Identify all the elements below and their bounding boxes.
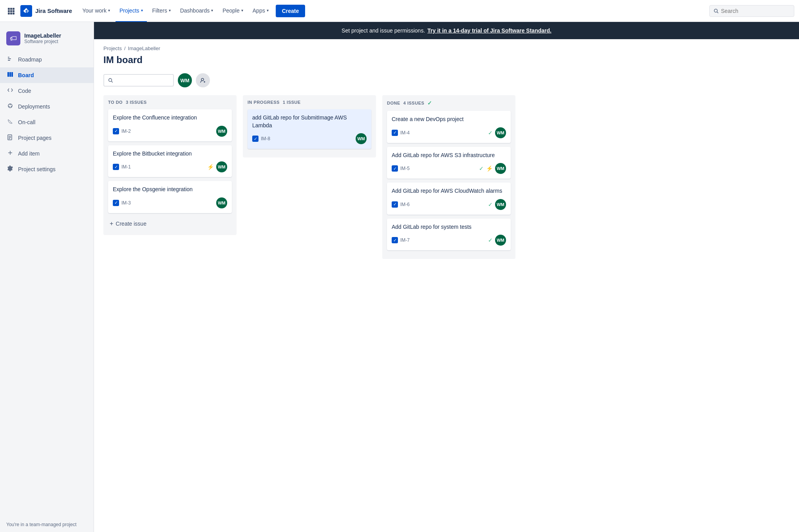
board-search[interactable]: [103, 74, 174, 87]
search-icon: [714, 8, 719, 14]
board-search-icon: [108, 78, 113, 83]
svg-line-10: [717, 12, 718, 13]
card-im1-id: IM-1: [121, 164, 131, 170]
card-im1-checkbox: ✓: [113, 164, 119, 170]
svg-point-20: [11, 106, 11, 107]
card-im6-title: Add GitLab repo for AWS CloudWatch alarm…: [392, 187, 506, 195]
svg-rect-4: [10, 10, 12, 12]
column-done: DONE 4 ISSUES ✓ Create a new DevOps proj…: [382, 95, 515, 259]
svg-rect-13: [8, 60, 10, 61]
create-issue-button[interactable]: + Create issue: [108, 217, 232, 230]
board-search-input[interactable]: [115, 77, 169, 83]
sidebar-item-add-item[interactable]: Add item: [0, 146, 94, 161]
svg-point-29: [201, 78, 204, 81]
card-im1-title: Explore the Bitbucket integration: [113, 150, 227, 158]
nav-your-work[interactable]: Your work ▾: [78, 0, 114, 22]
card-im5[interactable]: Add GitLab repo for AWS S3 infrastructur…: [387, 147, 511, 179]
column-inprogress-header: IN PROGRESS 1 ISSUE: [248, 100, 371, 105]
card-im2-checkbox: ✓: [113, 128, 119, 134]
svg-line-28: [111, 81, 112, 82]
nav-filters[interactable]: Filters ▾: [148, 0, 175, 22]
card-im5-title: Add GitLab repo for AWS S3 infrastructur…: [392, 152, 506, 159]
card-im3[interactable]: Explore the Opsgenie integration ✓ IM-3 …: [108, 181, 232, 213]
done-icon-im7: ✓: [488, 237, 493, 243]
nav-people[interactable]: People ▾: [219, 0, 247, 22]
svg-point-18: [10, 104, 11, 105]
card-im7-assignee: WM: [495, 235, 506, 246]
sidebar-item-deployments[interactable]: Deployments: [0, 99, 94, 114]
board: TO DO 3 ISSUES Explore the Confluence in…: [103, 95, 790, 259]
plus-icon: +: [110, 220, 113, 227]
sidebar-item-board[interactable]: Board: [0, 67, 94, 83]
svg-rect-1: [10, 8, 12, 10]
svg-rect-11: [8, 57, 9, 58]
logo[interactable]: Jira Software: [20, 5, 72, 17]
chevron-down-icon: ▾: [267, 8, 269, 13]
svg-rect-5: [13, 10, 14, 12]
card-im3-assignee: WM: [216, 197, 227, 208]
card-im2-assignee: WM: [216, 126, 227, 137]
sidebar-footer: You're in a team-managed project: [0, 517, 94, 532]
settings-icon: [6, 165, 14, 173]
sidebar-project: 🏷 ImageLabeller Software project: [0, 28, 94, 52]
card-im5-id: IM-5: [400, 166, 410, 171]
story-icon-im5: ⚡: [486, 165, 493, 172]
card-im6-checkbox: ✓: [392, 201, 398, 208]
add-avatar-button[interactable]: [196, 73, 210, 87]
svg-point-27: [109, 78, 112, 81]
global-search[interactable]: [709, 5, 794, 17]
project-type: Software project: [24, 39, 61, 44]
card-im2-id: IM-2: [121, 128, 131, 134]
svg-rect-3: [8, 10, 10, 12]
column-todo-header: TO DO 3 ISSUES: [108, 100, 232, 105]
nav-projects[interactable]: Projects ▾: [116, 0, 147, 22]
svg-rect-16: [11, 72, 13, 77]
card-im3-checkbox: ✓: [113, 200, 119, 206]
svg-rect-12: [8, 58, 11, 59]
nav-dashboards[interactable]: Dashboards ▾: [176, 0, 217, 22]
page-title: IM board: [103, 54, 790, 65]
sidebar-item-project-pages[interactable]: Project pages: [0, 130, 94, 146]
main-content: Set project and issue permissions. Try i…: [94, 22, 799, 532]
svg-rect-2: [13, 8, 14, 10]
jira-logo-icon: [20, 5, 32, 17]
card-im7[interactable]: Add GitLab repo for system tests ✓ IM-7 …: [387, 219, 511, 251]
card-im6-id: IM-6: [400, 202, 410, 207]
sidebar-item-oncall[interactable]: On-call: [0, 114, 94, 130]
nav-apps[interactable]: Apps ▾: [249, 0, 273, 22]
upgrade-link[interactable]: Try it in a 14-day trial of Jira Softwar…: [427, 27, 551, 34]
card-im2[interactable]: Explore the Confluence integration ✓ IM-…: [108, 109, 232, 141]
svg-rect-14: [7, 72, 9, 77]
sidebar-item-roadmap[interactable]: Roadmap: [0, 52, 94, 67]
sidebar-item-project-settings[interactable]: Project settings: [0, 161, 94, 177]
board-toolbar: WM: [103, 73, 790, 87]
done-check-icon: ✓: [427, 100, 432, 106]
card-im3-id: IM-3: [121, 200, 131, 206]
sidebar-item-code[interactable]: Code: [0, 83, 94, 99]
chevron-down-icon: ▾: [241, 8, 243, 13]
grid-menu-button[interactable]: [5, 5, 17, 17]
create-button[interactable]: Create: [276, 5, 306, 17]
card-im8-id: IM-8: [261, 136, 270, 141]
card-im8-checkbox: ✓: [252, 136, 258, 142]
add-icon: [6, 150, 14, 157]
svg-point-19: [9, 106, 9, 107]
breadcrumb-current: ImageLabeller: [128, 45, 160, 51]
card-im1-assignee: WM: [216, 161, 227, 172]
user-avatar-wm[interactable]: WM: [178, 73, 192, 87]
card-im1[interactable]: Explore the Bitbucket integration ✓ IM-1…: [108, 145, 232, 177]
search-input[interactable]: [721, 8, 790, 14]
card-im6[interactable]: Add GitLab repo for AWS CloudWatch alarm…: [387, 183, 511, 215]
column-done-header: DONE 4 ISSUES ✓: [387, 100, 511, 106]
card-im8[interactable]: add GitLab repo for SubmitImage AWS Lamb…: [248, 109, 371, 149]
card-im7-id: IM-7: [400, 237, 410, 243]
upgrade-banner: Set project and issue permissions. Try i…: [94, 22, 799, 39]
chevron-down-icon: ▾: [211, 8, 213, 13]
card-im4[interactable]: Create a new DevOps project ✓ IM-4 ✓ WM: [387, 111, 511, 143]
svg-rect-15: [9, 72, 11, 77]
story-icon: ⚡: [207, 164, 214, 170]
logo-text: Jira Software: [35, 7, 72, 14]
done-icon-im6: ✓: [488, 201, 493, 208]
breadcrumb-projects[interactable]: Projects: [103, 45, 122, 51]
column-inprogress: IN PROGRESS 1 ISSUE add GitLab repo for …: [243, 95, 376, 157]
